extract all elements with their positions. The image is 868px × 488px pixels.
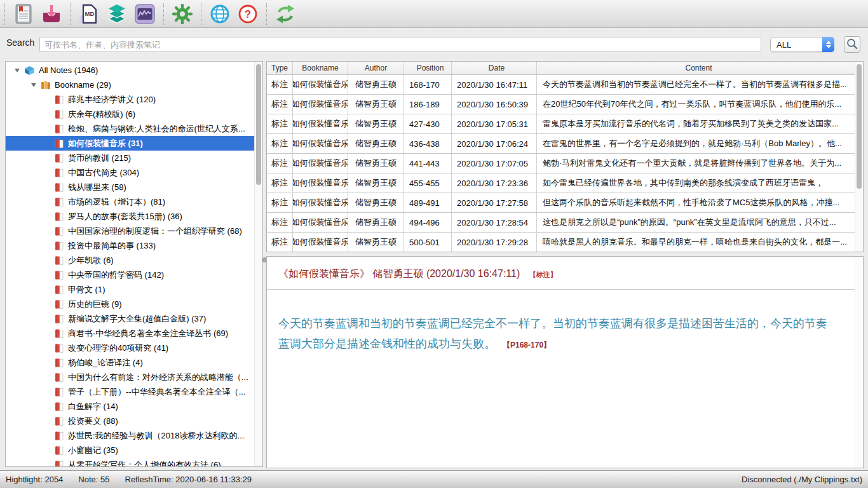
cell-author: 储智勇王硕 [348, 75, 404, 94]
cell-author: 储智勇王硕 [348, 134, 404, 153]
all-notes-label: All Notes (1946) [39, 65, 98, 75]
sidebar-item-book[interactable]: 从零开始学写作：个人增值的有效方法 (6) [6, 458, 254, 467]
column-header-author[interactable]: Author [348, 62, 404, 74]
table-row[interactable]: 标注如何假装懂音乐储智勇王硕186-1892020/1/30 16:50:39在… [267, 95, 855, 114]
settings-button[interactable] [168, 2, 196, 26]
table-row[interactable]: 标注如何假装懂音乐储智勇王硕489-4912020/1/30 17:27:58但… [267, 193, 855, 213]
sidebar-item-book[interactable]: 枪炮、病菌与钢铁:人类社会的命运(世纪人文系... [6, 121, 254, 136]
book-icon [54, 416, 64, 426]
sidebar-item-book[interactable]: 少年凯歌 (6) [6, 253, 254, 268]
cell-content: 在雷鬼的世界里，有一个名字是必须提到的，就是鲍勃·马利（Bob Marley）。… [537, 134, 855, 153]
sidebar-item-book[interactable]: 历史的巨镜 (9) [6, 297, 254, 311]
sidebar-item-book[interactable]: 商君书-中华经典名著全本全注全译丛书 (69) [6, 326, 254, 341]
search-input[interactable] [39, 37, 761, 52]
sidebar-item-book[interactable]: 钱从哪里来 (58) [6, 180, 254, 194]
cell-bookname: 如何假装懂音乐 [293, 134, 348, 153]
search-bar: Search ALL [0, 29, 868, 58]
sidebar-item-book[interactable]: 市场的逻辑（增订本）(81) [6, 194, 254, 209]
language-web-button[interactable] [206, 2, 234, 26]
sidebar-item-book[interactable]: 改变心理学的40项研究 (41) [6, 341, 254, 355]
table-body: 标注如何假装懂音乐储智勇王硕168-1702020/1/30 16:47:11今… [267, 75, 855, 252]
disclosure-triangle-icon[interactable] [15, 69, 20, 72]
book-icon [54, 109, 64, 119]
book-label: 罗马人的故事(套装共15册) (36) [68, 211, 182, 222]
table-row[interactable]: 标注如何假装懂音乐储智勇王硕500-5012020/1/30 17:29:28嘻… [267, 233, 855, 252]
book-label: 钱从哪里来 (58) [68, 182, 126, 193]
sidebar-item-book[interactable]: 中国国家治理的制度逻辑：一个组织学研究 (68) [6, 224, 254, 238]
column-header-content[interactable]: Content [537, 62, 855, 74]
column-header-type[interactable]: Type [267, 62, 293, 74]
book-icon [54, 197, 64, 207]
refresh-sync-button[interactable] [271, 2, 299, 26]
sidebar-item-book[interactable]: 庆余年(精校版) (6) [6, 107, 254, 121]
book-icon [54, 387, 64, 397]
book-label: 白鱼解字 (14) [68, 401, 118, 412]
sidebar-item-book[interactable]: 投资中最简单的事 (133) [6, 238, 254, 253]
table-scrollbar[interactable] [855, 62, 863, 252]
cell-content: 嘻哈就是黑人的朋克音乐。和最早的朋克一样，嘻哈也是来自街头的文化，都是一... [537, 233, 855, 252]
sidebar-item-book[interactable]: 苏世民:我的经验与教训（2018读桥水达利欧的... [6, 428, 254, 443]
cell-type: 标注 [267, 134, 293, 153]
column-header-date[interactable]: Date [452, 62, 537, 74]
sidebar-item-book[interactable]: 罗马人的故事(套装共15册) (36) [6, 209, 254, 224]
table-scrollbar-thumb[interactable] [857, 64, 862, 189]
cell-content: 雷鬼原本是牙买加流行音乐的代名词，随着牙买加移民到了英美之类的发达国家... [537, 114, 855, 133]
book-label: 投资要义 (88) [68, 416, 118, 427]
cell-date: 2020/1/30 17:06:24 [452, 134, 537, 153]
table-row[interactable]: 标注如何假装懂音乐储智勇王硕168-1702020/1/30 16:47:11今… [267, 75, 855, 95]
detail-text: 今天的节奏蓝调和当初的节奏蓝调已经完全不一样了。当初的节奏蓝调有很多是描述困苦生… [278, 317, 827, 350]
sidebar-scrollbar-thumb[interactable] [256, 64, 261, 185]
book-label: 商君书-中华经典名著全本全注全译丛书 (69) [68, 328, 228, 339]
sidebar-item-book[interactable]: 小窗幽记 (35) [6, 443, 254, 458]
sidebar-item-book[interactable]: 管子（上下册）--中华经典名著全本全注全译（... [6, 384, 254, 399]
filter-dropdown[interactable]: ALL [770, 37, 834, 52]
statistics-waveform-icon [134, 3, 156, 25]
table-row[interactable]: 标注如何假装懂音乐储智勇王硕436-4382020/1/30 17:06:24在… [267, 134, 855, 154]
sidebar-scrollbar[interactable] [254, 62, 262, 466]
cell-bookname: 如何假装懂音乐 [293, 233, 348, 252]
help-button[interactable]: ? [234, 2, 262, 26]
import-clippings-button[interactable] [37, 2, 65, 26]
book-label: 投资中最简单的事 (133) [68, 240, 156, 252]
sidebar-item-book[interactable]: 杨伯峻_论语译注 (4) [6, 355, 254, 370]
detail-scrollbar[interactable] [855, 257, 863, 468]
sidebar-item-book[interactable]: 货币的教训 (215) [6, 151, 254, 165]
export-all-button[interactable] [103, 2, 131, 26]
book-icon [54, 314, 64, 324]
toolbar: MD [0, 0, 868, 28]
statistics-button[interactable] [131, 2, 159, 26]
sidebar-item-book[interactable]: 投资要义 (88) [6, 414, 254, 428]
column-header-position[interactable]: Position [404, 62, 452, 74]
sidebar-item-book[interactable]: 中国为什么有前途：对外经济关系的战略潜能（... [6, 370, 254, 384]
sidebar-item-book[interactable]: 白鱼解字 (14) [6, 399, 254, 414]
disclosure-triangle-icon[interactable] [31, 83, 36, 87]
cell-position: 455-455 [404, 173, 452, 193]
sidebar-book-list: 薛兆丰经济学讲义 (120) 庆余年(精校版) (6) 枪炮、病菌与钢铁:人类社… [6, 92, 254, 467]
book-icon [54, 212, 64, 222]
search-button[interactable] [844, 36, 860, 53]
notes-document-button[interactable] [10, 2, 37, 26]
sidebar-item-book[interactable]: 如何假装懂音乐 (31) [6, 136, 254, 151]
table-row[interactable]: 标注如何假装懂音乐储智勇王硕455-4552020/1/30 17:23:36如… [267, 173, 855, 193]
markdown-export-button[interactable]: MD [75, 2, 103, 26]
book-label: 从零开始学写作：个人增值的有效方法 (6) [68, 459, 221, 468]
cell-date: 2020/1/30 16:50:39 [452, 95, 537, 114]
table-row[interactable]: 标注如何假装懂音乐储智勇王硕427-4302020/1/30 17:05:31雷… [267, 114, 855, 134]
sidebar-item-book[interactable]: 甲骨文 (1) [6, 282, 254, 297]
table-row[interactable]: 标注如何假装懂音乐储智勇王硕441-4432020/1/30 17:07:05鲍… [267, 154, 855, 173]
cell-type: 标注 [267, 193, 293, 212]
sidebar-item-book[interactable]: 中央帝国的哲学密码 (142) [6, 268, 254, 282]
settings-gear-icon [172, 3, 193, 25]
sidebar-item-book[interactable]: 新编说文解字大全集(超值白金版) (37) [6, 311, 254, 326]
sidebar-item-all-notes[interactable]: All Notes (1946) [6, 63, 254, 78]
sidebar-item-bookname-group[interactable]: Bookname (29) [6, 78, 254, 92]
table-row[interactable]: 标注如何假装懂音乐储智勇王硕494-4962020/1/30 17:28:54这… [267, 213, 855, 233]
sidebar-item-book[interactable]: 中国古代简史 (304) [6, 165, 254, 180]
cell-date: 2020/1/30 17:29:28 [452, 233, 537, 252]
book-icon [54, 343, 64, 353]
sidebar-item-book[interactable]: 薛兆丰经济学讲义 (120) [6, 92, 254, 107]
cell-position: 494-496 [404, 213, 452, 232]
column-header-bookname[interactable]: Bookname [293, 62, 348, 74]
cell-author: 储智勇王硕 [348, 233, 404, 252]
cell-type: 标注 [267, 95, 293, 114]
